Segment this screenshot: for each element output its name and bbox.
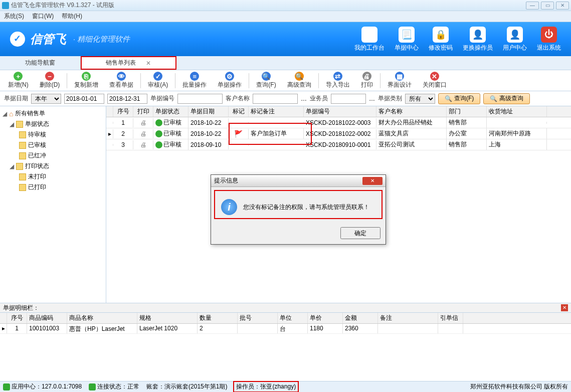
status-operator: 操作员：张亚(zhangy) xyxy=(234,382,298,391)
tree-audited[interactable]: 已审核 xyxy=(2,140,104,150)
tb-adv[interactable]: 🔍高级查询 xyxy=(282,71,316,90)
tree-unprinted[interactable]: 未打印 xyxy=(2,171,104,182)
header-switchop[interactable]: 👤更换操作员 xyxy=(463,27,493,52)
printer-icon: 🖨 xyxy=(140,141,146,148)
document-icon: 📃 xyxy=(399,27,415,43)
cust-picker[interactable]: … xyxy=(301,95,307,102)
search-icon: 🔍 xyxy=(262,72,271,81)
tb-close[interactable]: ✕关闭窗口 xyxy=(418,71,452,90)
dialog-titlebar[interactable]: 提示信息 ✕ xyxy=(211,175,386,187)
filter-type[interactable]: 所有 xyxy=(405,94,435,104)
window-close-icon: ✕ xyxy=(430,72,439,81)
sales-picker[interactable]: … xyxy=(369,95,375,102)
tree-root[interactable]: ◢⌂所有销售单 xyxy=(2,108,104,119)
col-addr[interactable]: 收货地址 xyxy=(487,106,547,117)
search-plus-icon: 🔍 xyxy=(295,72,304,81)
tree-panel: ◢⌂所有销售单 ◢单据状态 待审核 已审核 已红冲 ◢打印状态 未打印 已打印 xyxy=(0,106,106,303)
filter-search-button[interactable]: 🔍查询(F) xyxy=(438,93,480,104)
table-row[interactable]: ▸ 2 🖨 已审核 2018-10-22 🚩 客户加急订单 XSCKD-2018… xyxy=(106,128,571,139)
tree-group-print[interactable]: ◢打印状态 xyxy=(2,161,104,171)
tb-add[interactable]: +新增(N) xyxy=(3,71,34,90)
dialog-close-icon[interactable]: ✕ xyxy=(362,177,383,185)
header-changepwd[interactable]: 🔒修改密码 xyxy=(429,27,453,52)
header-usercenter[interactable]: 👤用户中心 xyxy=(503,27,527,52)
detail-row[interactable]: ▸1100101003惠普（HP）LaserJetLaserJet 10202台… xyxy=(0,324,571,334)
eye-icon: 👁 xyxy=(117,72,126,81)
col-date[interactable]: 单据日期 xyxy=(188,106,229,117)
col-dept[interactable]: 部门 xyxy=(447,106,487,117)
layout-icon: ▦ xyxy=(395,72,404,81)
tree-group-status[interactable]: ◢单据状态 xyxy=(2,119,104,129)
filter-billno[interactable] xyxy=(177,94,223,104)
tb-view[interactable]: 👁查看单据 xyxy=(104,71,138,90)
header-billcenter[interactable]: 📃单据中心 xyxy=(395,27,419,52)
detail-body: ▸1100101003惠普（HP）LaserJetLaserJet 10202台… xyxy=(0,324,571,389)
header-exit[interactable]: ⏻退出系统 xyxy=(537,27,561,52)
menu-system[interactable]: 系统(S) xyxy=(4,12,24,21)
tb-impexp[interactable]: ⇄导入导出 xyxy=(321,71,355,90)
table-row[interactable]: 1 🖨 已审核 2018-10-22 XSCKD-20181022-0003 财… xyxy=(106,117,571,128)
dialog-info: 提示信息 ✕ i 您没有标记备注的权限，请与系统管理员联系！ 确定 xyxy=(211,174,386,245)
filter-daterange[interactable]: 本年 xyxy=(31,94,61,104)
tabbar: 功能导航窗 销售单列表✕ xyxy=(0,56,571,70)
header-workbench[interactable]: 🖥我的工作台 xyxy=(354,27,385,52)
detail-close-icon[interactable]: ✕ xyxy=(561,304,568,311)
tb-copy[interactable]: ⎘复制新增 xyxy=(69,71,103,90)
titlebar: 信管飞仓库管理软件 V9.1.327 - 试用版 — ▭ ✕ xyxy=(0,0,571,11)
filter-cust[interactable] xyxy=(253,94,298,104)
status-conn: 连接状态：正常 xyxy=(97,383,139,390)
tb-billop[interactable]: ⚙单据操作 xyxy=(213,71,247,90)
filter-adv-button[interactable]: 🔍高级查询 xyxy=(483,93,530,104)
tb-query[interactable]: 🔍查询(F) xyxy=(251,71,281,90)
tab-close-icon[interactable]: ✕ xyxy=(146,60,151,67)
tb-batch[interactable]: ≡批量操作 xyxy=(177,71,212,90)
tb-delete[interactable]: −删除(D) xyxy=(35,71,65,90)
tb-design[interactable]: ▦界面设计 xyxy=(383,71,417,90)
table-row[interactable]: 3 🖨 已审核 2018-09-10 XSCKD-20180910-0001 亚… xyxy=(106,139,571,150)
maximize-button[interactable]: ▭ xyxy=(541,2,554,10)
home-icon: ⌂ xyxy=(9,110,13,118)
status-icon xyxy=(89,383,96,390)
tb-print[interactable]: 🖨打印 xyxy=(356,71,378,90)
logo: 信管飞 · 精细化管理软件 xyxy=(10,31,130,47)
folder-icon xyxy=(19,131,26,138)
printer-icon: 🖨 xyxy=(140,119,146,126)
menu-window[interactable]: 窗口(W) xyxy=(32,12,54,21)
logo-icon xyxy=(10,32,25,47)
tab-sales-list[interactable]: 销售单列表✕ xyxy=(81,56,176,70)
filter-bar: 单据日期 本年 单据编号 客户名称 … 业务员 … 单据类别 所有 🔍查询(F)… xyxy=(0,91,571,106)
filter-cust-label: 客户名称 xyxy=(226,94,250,103)
menu-help[interactable]: 帮助(H) xyxy=(62,12,82,21)
power-icon: ⏻ xyxy=(541,27,557,43)
toolbar: +新增(N) −删除(D) ⎘复制新增 👁查看单据 ✓审核(A) ≡批量操作 ⚙… xyxy=(0,70,571,91)
col-flag[interactable]: 标记 xyxy=(229,106,249,117)
tree-printed[interactable]: 已打印 xyxy=(2,182,104,192)
tab-nav[interactable]: 功能导航窗 xyxy=(0,56,81,70)
col-seq[interactable]: 序号 xyxy=(113,106,133,117)
status-appcenter: 应用中心：127.0.0.1:7098 xyxy=(12,383,82,390)
header: 信管飞 · 精细化管理软件 🖥我的工作台 📃单据中心 🔒修改密码 👤更换操作员 … xyxy=(0,22,571,56)
tree-reversed[interactable]: 已红冲 xyxy=(2,150,104,161)
dialog-message: 您没有标记备注的权限，请与系统管理员联系！ xyxy=(243,203,369,212)
minimize-button[interactable]: — xyxy=(526,2,539,10)
filter-type-label: 单据类别 xyxy=(378,94,402,103)
dialog-ok-button[interactable]: 确定 xyxy=(340,227,380,239)
import-icon: ⇄ xyxy=(333,72,342,81)
monitor-icon: 🖥 xyxy=(361,27,377,43)
brand-subtitle: · 精细化管理软件 xyxy=(73,35,130,44)
tree-pending[interactable]: 待审核 xyxy=(2,129,104,140)
filter-from[interactable] xyxy=(64,94,104,104)
col-print[interactable]: 打印 xyxy=(133,106,153,117)
filter-to[interactable] xyxy=(107,94,147,104)
tb-audit[interactable]: ✓审核(A) xyxy=(143,71,173,90)
col-billno[interactable]: 单据编号 xyxy=(304,106,376,117)
col-flagnote[interactable]: 标记备注 xyxy=(249,106,304,117)
col-customer[interactable]: 客户名称 xyxy=(376,106,447,117)
col-status[interactable]: 单据状态 xyxy=(153,106,188,117)
filter-sales[interactable] xyxy=(331,94,366,104)
close-button[interactable]: ✕ xyxy=(556,2,569,10)
filter-date-label: 单据日期 xyxy=(4,94,28,103)
dialog-title: 提示信息 xyxy=(214,176,362,185)
folder-icon xyxy=(19,173,26,180)
folder-icon xyxy=(19,152,26,159)
